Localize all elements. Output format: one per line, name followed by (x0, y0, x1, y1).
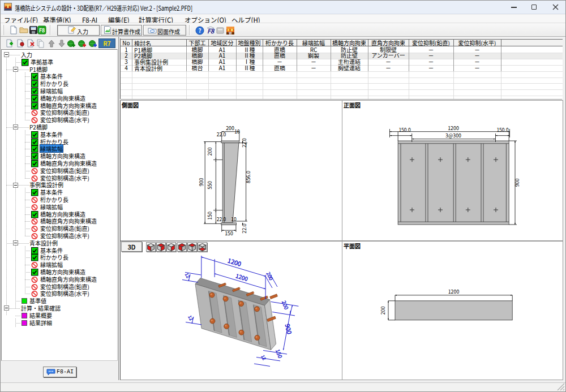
svg-text:F8: F8 (207, 26, 215, 35)
svg-text:1200: 1200 (448, 124, 459, 132)
svg-text:150.0: 150.0 (398, 126, 411, 133)
svg-text:?: ? (199, 26, 201, 35)
svg-text:3@300: 3@300 (445, 132, 461, 139)
svg-text:900: 900 (284, 323, 295, 335)
svg-text:856.0: 856.0 (245, 171, 252, 183)
svg-text:22.0: 22.0 (217, 131, 226, 137)
svg-text:1200: 1200 (235, 271, 250, 283)
svg-text:22.0: 22.0 (241, 223, 248, 234)
svg-text:W: W (228, 31, 232, 36)
svg-text:200: 200 (226, 124, 234, 132)
svg-text:12: 12 (260, 354, 268, 361)
svg-text:200: 200 (280, 299, 291, 311)
svg-text:550: 550 (206, 181, 213, 189)
svg-text:150: 150 (225, 230, 233, 237)
svg-text:900: 900 (198, 178, 205, 187)
svg-text:900: 900 (513, 179, 521, 187)
svg-text:150.0: 150.0 (496, 126, 509, 133)
svg-text:200: 200 (206, 148, 213, 156)
svg-text:1200: 1200 (226, 255, 242, 268)
svg-text:10: 10 (234, 128, 240, 135)
svg-text:F8: F8 (39, 27, 45, 34)
svg-text:10: 10 (231, 216, 237, 222)
svg-text:1200: 1200 (448, 288, 460, 295)
svg-text:12: 12 (187, 314, 195, 321)
svg-text:200: 200 (379, 307, 387, 315)
svg-text:22.0: 22.0 (217, 216, 226, 222)
svg-text:150: 150 (206, 212, 213, 220)
svg-text:22.0: 22.0 (241, 138, 247, 148)
